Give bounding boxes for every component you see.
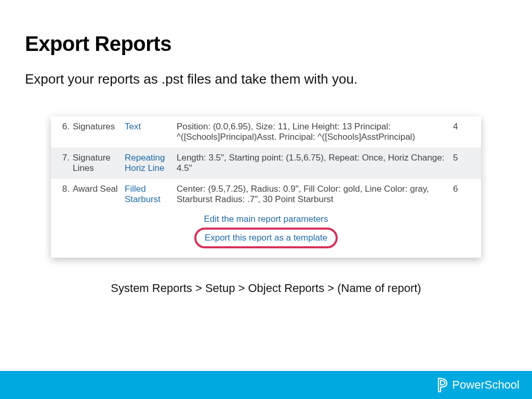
row-count: 5 — [453, 153, 474, 163]
row-type: Filled Starburst — [125, 184, 177, 205]
table-row: 8. Award Seal Filled Starburst Center: (… — [51, 179, 481, 210]
highlight-oval: Export this report as a template — [194, 228, 338, 248]
page-subtitle: Export your reports as .pst files and ta… — [0, 62, 532, 87]
row-desc: Center: (9.5,7.25), Radius: 0.9", Fill C… — [177, 184, 453, 205]
brand-logo: PowerSchool — [435, 377, 520, 393]
row-number: 7. — [58, 153, 73, 163]
breadcrumb: System Reports > Setup > Object Reports … — [0, 282, 532, 295]
page-title: Export Reports — [0, 0, 532, 62]
table-row: 7. Signature Lines Repeating Horiz Line … — [51, 148, 481, 179]
row-number: 6. — [58, 122, 73, 132]
type-link[interactable]: Filled Starburst — [125, 184, 161, 204]
row-count: 4 — [453, 122, 474, 132]
row-name: Award Seal — [73, 184, 125, 194]
export-template-link[interactable]: Export this report as a template — [205, 233, 327, 243]
powerschool-icon — [435, 377, 449, 393]
row-number: 8. — [58, 184, 73, 194]
table-row: 6. Signatures Text Position: (0.0,6.95),… — [51, 116, 481, 148]
slide: Export Reports Export your reports as .p… — [0, 0, 532, 399]
panel-actions: Edit the main report parameters Export t… — [51, 210, 481, 258]
row-name: Signature Lines — [73, 153, 125, 174]
row-desc: Position: (0.0,6.95), Size: 11, Line Hei… — [177, 122, 453, 142]
edit-parameters-link[interactable]: Edit the main report parameters — [204, 214, 328, 224]
row-type: Repeating Horiz Line — [125, 153, 177, 174]
row-desc: Length: 3.5", Starting point: (1.5,6.75)… — [177, 153, 453, 174]
row-count: 6 — [453, 184, 474, 194]
report-panel: 6. Signatures Text Position: (0.0,6.95),… — [51, 116, 481, 258]
brand-text: PowerSchool — [452, 378, 520, 392]
row-name: Signatures — [73, 122, 125, 132]
footer-bar: PowerSchool — [0, 371, 532, 399]
type-link[interactable]: Text — [125, 122, 141, 131]
row-type: Text — [125, 122, 177, 132]
type-link[interactable]: Repeating Horiz Line — [125, 153, 165, 173]
